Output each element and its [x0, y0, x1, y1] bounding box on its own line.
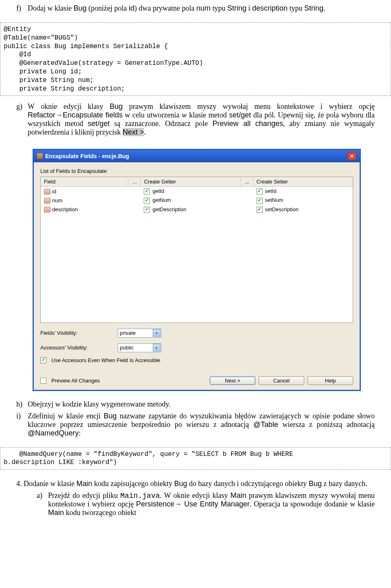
list-item-a: a) Przejdź do edycji pliku Main.java. W … — [16, 491, 375, 517]
list-item-f-text: Dodaj w klasie Bug (poniżej pola id) dwa… — [28, 4, 375, 13]
cancel-button[interactable]: Cancel — [259, 376, 304, 385]
checkbox-setter[interactable]: ✓ — [257, 207, 263, 213]
table-row[interactable]: id ✓getId ✓setId — [41, 187, 353, 196]
checkbox-setter[interactable]: ✓ — [257, 198, 263, 204]
col-dots-2[interactable]: ... — [240, 177, 253, 187]
field-icon — [44, 207, 51, 212]
dialog-icon — [37, 153, 43, 159]
checkbox-setter[interactable]: ✓ — [257, 188, 263, 195]
code-block-i: @NamedQuery(name = "findByKeyword", quer… — [0, 447, 391, 470]
accessors-visibility-combo[interactable]: public ▾ — [118, 343, 161, 352]
checkbox-getter[interactable]: ✓ — [144, 198, 150, 204]
code-block-f: @Entity @Table(name="BUGS") public class… — [0, 22, 391, 96]
preview-all-checkbox[interactable]: ✓ — [40, 378, 46, 384]
list-item-i-label: i) — [16, 412, 28, 438]
use-accessors-label: Use Accessors Even When Field Is Accessi… — [51, 357, 160, 363]
dialog-title-bar[interactable]: Encapsulate Fields - encje.Bug ✕ — [34, 150, 360, 162]
list-item-f: f) Dodaj w klasie Bug (poniżej pola id) … — [16, 4, 375, 13]
fields-visibility-combo[interactable]: private ▾ — [118, 329, 161, 338]
list-item-g-label: g) — [16, 102, 28, 137]
col-field[interactable]: Field — [41, 177, 128, 187]
checkbox-getter[interactable]: ✓ — [144, 207, 150, 213]
list-item-g: g) W oknie edycji klasy Bug prawym klawi… — [16, 102, 375, 137]
col-dots-1[interactable]: ... — [128, 177, 141, 187]
help-button[interactable]: Help — [308, 376, 353, 385]
table-row[interactable]: description ✓getDescription ✓setDescript… — [41, 205, 353, 214]
col-setter[interactable]: Create Setter — [253, 177, 353, 187]
dialog-title: Encapsulate Fields - encje.Bug — [45, 153, 129, 159]
list-of-fields-label: List of Fields to Encapsulate: — [40, 168, 353, 174]
list-item-f-label: f) — [16, 4, 28, 13]
checkbox-getter[interactable]: ✓ — [144, 188, 150, 195]
list-item-h-text: Obejrzyj w kodzie klasy wygenerowane met… — [28, 400, 375, 409]
next-button[interactable]: Next > — [210, 376, 255, 385]
section-4: 4. Dodanie w klasie Main kodu zapisujące… — [16, 480, 375, 488]
chevron-down-icon: ▾ — [153, 329, 160, 337]
list-item-a-text: Przejdź do edycji pliku Main.java. W okn… — [48, 491, 375, 517]
fields-visibility-label: Fields' Visibility: — [40, 330, 114, 336]
list-item-i: i) Zdefiniuj w klasie encji Bug nazwane … — [16, 412, 375, 438]
table-empty-area — [41, 214, 353, 323]
list-item-h-label: h) — [16, 400, 28, 409]
close-icon[interactable]: ✕ — [347, 152, 356, 160]
field-icon — [44, 189, 51, 195]
accessors-visibility-label: Accessors' Visibility: — [40, 345, 114, 351]
list-item-a-label: a) — [37, 491, 48, 517]
table-row[interactable]: num ✓getNum ✓setNum — [41, 196, 353, 205]
field-icon — [44, 198, 51, 203]
preview-all-label: Preview All Changes — [51, 378, 100, 384]
list-item-i-text: Zdefiniuj w klasie encji Bug nazwane zap… — [28, 412, 375, 438]
list-item-h: h) Obejrzyj w kodzie klasy wygenerowane … — [16, 400, 375, 409]
fields-table: Field ... Create Getter ... Create Sette… — [40, 177, 353, 323]
col-getter[interactable]: Create Getter — [141, 177, 240, 187]
encapsulate-fields-dialog: Encapsulate Fields - encje.Bug ✕ List of… — [33, 149, 361, 391]
use-accessors-checkbox[interactable]: ✓ — [40, 357, 46, 363]
list-item-g-text: W oknie edycji klasy Bug prawym klawisze… — [28, 102, 375, 137]
chevron-down-icon: ▾ — [153, 344, 160, 351]
